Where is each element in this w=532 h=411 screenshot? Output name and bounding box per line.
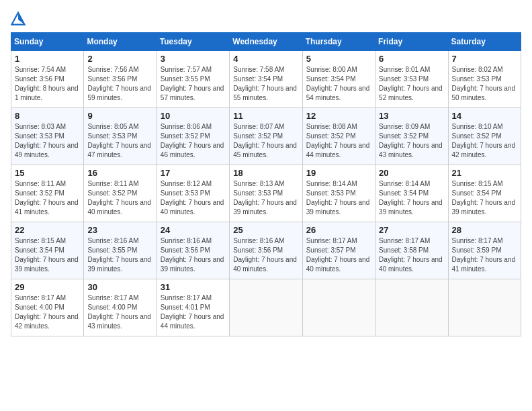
calendar-cell: 25 Sunrise: 8:16 AM Sunset: 3:56 PM Dayl… — [230, 222, 302, 279]
day-info: Sunrise: 8:14 AM Sunset: 3:54 PM Dayligh… — [379, 179, 444, 217]
sunrise-label: Sunrise: 8:00 AM — [306, 66, 357, 73]
sunset-label: Sunset: 3:52 PM — [233, 132, 283, 140]
daylight-label: Daylight: 7 hours and 52 minutes. — [379, 85, 443, 101]
day-number: 4 — [233, 54, 298, 64]
calendar-cell: 5 Sunrise: 8:00 AM Sunset: 3:54 PM Dayli… — [302, 51, 375, 108]
calendar-cell: 8 Sunrise: 8:03 AM Sunset: 3:53 PM Dayli… — [11, 108, 84, 165]
day-number: 24 — [161, 225, 226, 235]
day-number: 12 — [306, 111, 371, 121]
sunset-label: Sunset: 3:58 PM — [379, 246, 429, 254]
day-of-week-header: Sunday — [11, 33, 84, 51]
sunset-label: Sunset: 4:00 PM — [15, 304, 64, 311]
logo — [11, 11, 28, 26]
day-number: 22 — [15, 225, 80, 235]
day-info: Sunrise: 8:16 AM Sunset: 3:56 PM Dayligh… — [233, 236, 298, 274]
calendar-cell — [302, 279, 375, 336]
daylight-label: Daylight: 7 hours and 39 minutes. — [379, 199, 443, 216]
daylight-label: Daylight: 7 hours and 45 minutes. — [233, 142, 297, 158]
sunset-label: Sunset: 3:54 PM — [306, 75, 356, 83]
day-number: 17 — [161, 168, 226, 178]
sunset-label: Sunset: 3:53 PM — [15, 132, 64, 140]
daylight-label: Daylight: 7 hours and 50 minutes. — [452, 85, 516, 101]
day-info: Sunrise: 8:10 AM Sunset: 3:52 PM Dayligh… — [452, 122, 517, 160]
day-info: Sunrise: 8:16 AM Sunset: 3:55 PM Dayligh… — [87, 236, 152, 274]
sunrise-label: Sunrise: 8:12 AM — [161, 180, 212, 187]
day-number: 1 — [15, 54, 80, 64]
daylight-label: Daylight: 7 hours and 39 minutes. — [15, 256, 79, 273]
daylight-label: Daylight: 7 hours and 59 minutes. — [87, 85, 151, 101]
calendar-cell: 12 Sunrise: 8:08 AM Sunset: 3:52 PM Dayl… — [302, 108, 375, 165]
sunrise-label: Sunrise: 8:14 AM — [379, 180, 430, 187]
calendar-cell: 30 Sunrise: 8:17 AM Sunset: 4:00 PM Dayl… — [84, 279, 157, 336]
sunrise-label: Sunrise: 8:17 AM — [306, 237, 357, 244]
day-info: Sunrise: 8:11 AM Sunset: 3:52 PM Dayligh… — [87, 179, 152, 217]
day-number: 2 — [87, 54, 152, 64]
sunrise-label: Sunrise: 7:56 AM — [87, 66, 138, 73]
sunset-label: Sunset: 3:57 PM — [306, 246, 356, 254]
sunset-label: Sunset: 3:56 PM — [87, 75, 137, 83]
daylight-label: Daylight: 7 hours and 44 minutes. — [306, 142, 370, 158]
day-number: 19 — [306, 168, 371, 178]
sunrise-label: Sunrise: 8:06 AM — [161, 123, 212, 130]
daylight-label: Daylight: 7 hours and 40 minutes. — [306, 256, 370, 273]
day-number: 3 — [161, 54, 226, 64]
sunrise-label: Sunrise: 8:11 AM — [15, 180, 66, 187]
day-number: 26 — [306, 225, 371, 235]
calendar-cell: 15 Sunrise: 8:11 AM Sunset: 3:52 PM Dayl… — [11, 165, 84, 222]
day-number: 5 — [306, 54, 371, 64]
calendar-cell: 11 Sunrise: 8:07 AM Sunset: 3:52 PM Dayl… — [230, 108, 302, 165]
daylight-label: Daylight: 7 hours and 39 minutes. — [233, 199, 297, 216]
daylight-label: Daylight: 7 hours and 40 minutes. — [87, 199, 151, 216]
sunset-label: Sunset: 3:53 PM — [233, 189, 283, 197]
day-of-week-header: Friday — [375, 33, 448, 51]
calendar-cell: 18 Sunrise: 8:13 AM Sunset: 3:53 PM Dayl… — [230, 165, 302, 222]
daylight-label: Daylight: 7 hours and 39 minutes. — [306, 199, 370, 216]
day-info: Sunrise: 8:16 AM Sunset: 3:56 PM Dayligh… — [161, 236, 226, 274]
day-of-week-header: Thursday — [302, 33, 375, 51]
calendar-cell: 29 Sunrise: 8:17 AM Sunset: 4:00 PM Dayl… — [11, 279, 84, 336]
day-number: 11 — [233, 111, 298, 121]
day-number: 16 — [87, 168, 152, 178]
calendar-cell — [448, 279, 521, 336]
day-number: 31 — [161, 282, 226, 292]
sunrise-label: Sunrise: 8:07 AM — [233, 123, 284, 130]
day-number: 13 — [379, 111, 444, 121]
day-of-week-header: Monday — [84, 33, 157, 51]
day-info: Sunrise: 8:17 AM Sunset: 4:00 PM Dayligh… — [15, 293, 80, 331]
day-info: Sunrise: 8:08 AM Sunset: 3:52 PM Dayligh… — [306, 122, 371, 160]
sunset-label: Sunset: 3:52 PM — [306, 132, 356, 140]
sunrise-label: Sunrise: 8:16 AM — [233, 237, 284, 244]
day-number: 30 — [87, 282, 152, 292]
day-info: Sunrise: 7:56 AM Sunset: 3:56 PM Dayligh… — [87, 65, 152, 103]
sunset-label: Sunset: 4:01 PM — [161, 304, 210, 311]
sunset-label: Sunset: 3:54 PM — [233, 75, 283, 83]
sunset-label: Sunset: 3:59 PM — [452, 246, 502, 254]
sunrise-label: Sunrise: 8:17 AM — [87, 294, 138, 302]
daylight-label: Daylight: 7 hours and 49 minutes. — [15, 142, 79, 158]
day-number: 29 — [15, 282, 80, 292]
day-number: 21 — [452, 168, 517, 178]
day-number: 10 — [161, 111, 226, 121]
sunrise-label: Sunrise: 8:02 AM — [452, 66, 503, 73]
day-number: 6 — [379, 54, 444, 64]
calendar-table: SundayMondayTuesdayWednesdayThursdayFrid… — [11, 32, 521, 336]
sunrise-label: Sunrise: 8:05 AM — [87, 123, 138, 130]
sunset-label: Sunset: 3:53 PM — [87, 132, 137, 140]
daylight-label: Daylight: 7 hours and 55 minutes. — [233, 85, 297, 101]
day-info: Sunrise: 8:15 AM Sunset: 3:54 PM Dayligh… — [15, 236, 80, 274]
daylight-label: Daylight: 7 hours and 42 minutes. — [15, 313, 79, 330]
day-info: Sunrise: 7:54 AM Sunset: 3:56 PM Dayligh… — [15, 65, 80, 103]
day-info: Sunrise: 8:03 AM Sunset: 3:53 PM Dayligh… — [15, 122, 80, 160]
day-info: Sunrise: 8:07 AM Sunset: 3:52 PM Dayligh… — [233, 122, 298, 160]
calendar-cell: 3 Sunrise: 7:57 AM Sunset: 3:55 PM Dayli… — [157, 51, 229, 108]
day-of-week-header: Saturday — [448, 33, 521, 51]
sunset-label: Sunset: 3:54 PM — [15, 246, 64, 254]
calendar-cell: 6 Sunrise: 8:01 AM Sunset: 3:53 PM Dayli… — [375, 51, 448, 108]
daylight-label: Daylight: 7 hours and 46 minutes. — [161, 142, 224, 158]
sunset-label: Sunset: 3:52 PM — [452, 132, 502, 140]
calendar-cell: 19 Sunrise: 8:14 AM Sunset: 3:53 PM Dayl… — [302, 165, 375, 222]
daylight-label: Daylight: 7 hours and 44 minutes. — [161, 313, 224, 330]
day-info: Sunrise: 8:01 AM Sunset: 3:53 PM Dayligh… — [379, 65, 444, 103]
daylight-label: Daylight: 7 hours and 40 minutes. — [233, 256, 297, 273]
day-number: 9 — [87, 111, 152, 121]
